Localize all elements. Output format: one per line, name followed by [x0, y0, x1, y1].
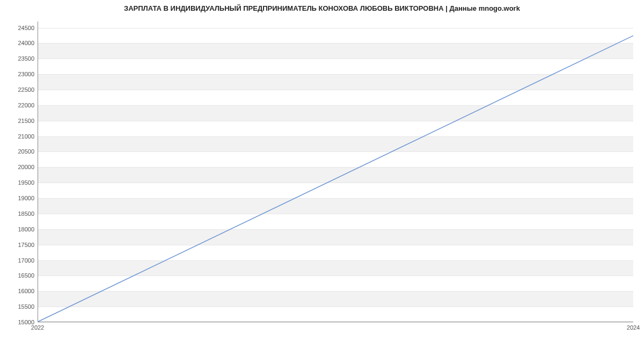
x-tick-label: 2024: [627, 324, 640, 331]
chart-title: ЗАРПЛАТА В ИНДИВИДУАЛЬНЫЙ ПРЕДПРИНИМАТЕЛ…: [0, 4, 644, 12]
y-tick-label: 22500: [2, 86, 34, 93]
plot-area: [38, 21, 633, 322]
y-tick-label: 19500: [2, 179, 34, 186]
y-tick-label: 24000: [2, 40, 34, 46]
y-tick-label: 15000: [2, 319, 34, 325]
y-tick-label: 15500: [2, 303, 34, 310]
chart-container: ЗАРПЛАТА В ИНДИВИДУАЛЬНЫЙ ПРЕДПРИНИМАТЕЛ…: [0, 0, 644, 349]
y-tick-label: 22000: [2, 102, 34, 108]
y-tick-label: 20000: [2, 164, 34, 170]
y-tick-label: 23000: [2, 71, 34, 77]
y-tick-label: 23500: [2, 55, 34, 62]
x-tick-label: 2022: [31, 324, 44, 331]
y-tick-label: 19000: [2, 195, 34, 201]
y-tick-label: 16000: [2, 288, 34, 294]
data-line: [38, 35, 633, 322]
line-series: [38, 21, 633, 322]
y-tick-label: 17000: [2, 257, 34, 264]
gridline: [38, 322, 633, 323]
y-tick-label: 24500: [2, 25, 34, 31]
y-tick-label: 21500: [2, 118, 34, 124]
y-tick-label: 18500: [2, 210, 34, 217]
y-tick-label: 17500: [2, 242, 34, 248]
y-tick-label: 18000: [2, 226, 34, 232]
y-tick-label: 20500: [2, 148, 34, 155]
y-tick-label: 21000: [2, 133, 34, 140]
y-tick-label: 16500: [2, 272, 34, 279]
